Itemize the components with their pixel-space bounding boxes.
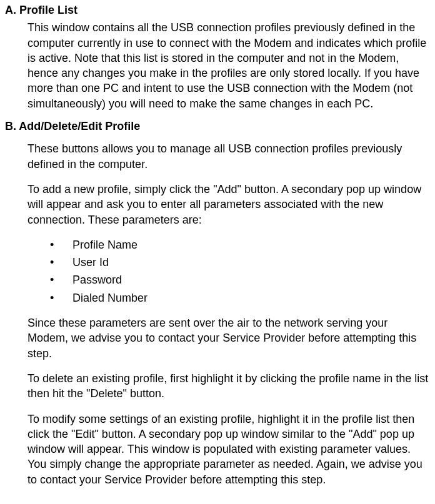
list-item: User Id [50,255,430,270]
section-b-para-1: These buttons allows you to manage all U… [28,141,430,172]
list-item: Profile Name [50,237,430,252]
section-a-heading: A. Profile List [5,2,430,17]
list-item: Password [50,272,430,287]
section-b-para-3: Since these parameters are sent over the… [28,315,430,361]
list-item: Dialed Number [50,290,430,305]
section-a-para-1: This window contains all the USB connect… [28,20,430,111]
section-b-para-4: To delete an existing profile, first hig… [28,371,430,402]
section-b-para-5: To modify some settings of an existing p… [28,412,430,487]
section-b-para-2: To add a new profile, simply click the "… [28,182,430,227]
parameter-list: Profile Name User Id Password Dialed Num… [50,237,430,305]
section-b-heading: B. Add/Delete/Edit Profile [5,119,430,134]
